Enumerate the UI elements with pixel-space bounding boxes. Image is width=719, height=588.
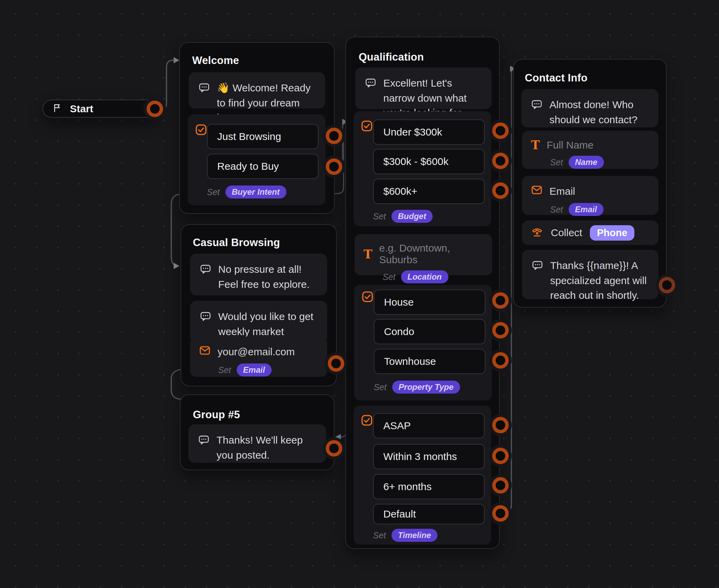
variable-badge-budget[interactable]: Budget [392,210,433,223]
text-input-icon: T [531,139,540,151]
buyer-intent-choice-block[interactable]: Just Browsing Ready to Buy Set Buyer Int… [188,114,325,205]
set-label: Set [550,157,563,167]
contact-email-label[interactable]: Email [549,186,575,197]
choice-option-default[interactable]: Default [373,504,485,524]
set-variable-row: Set Property Type [374,381,460,394]
port-budget-under-300k-out[interactable] [492,123,509,139]
port-timeline-6-months-out[interactable] [492,477,509,494]
variable-badge-email[interactable]: Email [569,203,604,216]
set-label: Set [207,187,220,197]
set-variable-row: Set Email [218,363,318,376]
choice-option-house[interactable]: House [374,290,485,315]
flag-icon [52,103,62,115]
port-start-out[interactable] [147,101,163,117]
phone-variable-badge[interactable]: Phone [590,225,635,241]
email-icon [531,184,543,198]
set-label: Set [374,382,387,392]
group5-node-title: Group #5 [193,409,240,421]
port-budget-300k-600k-out[interactable] [492,153,509,169]
message-bubble-icon [200,311,211,334]
casual-browsing-node[interactable]: Casual Browsing No pressure at all! Feel… [181,224,337,386]
port-closing-message-out[interactable] [659,277,675,293]
phone-icon [531,226,543,240]
variable-badge-name[interactable]: Name [569,156,604,169]
port-property-house-out[interactable] [492,292,509,309]
choice-option-condo[interactable]: Condo [374,319,485,344]
choice-option-6-plus-months[interactable]: 6+ months [373,474,485,499]
set-label: Set [383,272,396,282]
collect-phone-block[interactable]: Collect Phone [522,220,658,245]
choice-option-just-browsing[interactable]: Just Browsing [207,124,319,149]
set-variable-row: Set Email [550,203,649,216]
collect-label: Collect [551,227,582,239]
contact-closing-message-block[interactable]: Thanks {{name}}! A specialized agent wil… [522,250,658,299]
port-just-browsing-out[interactable] [326,128,342,144]
casual-email-capture-block[interactable]: your@email.com Set Email [190,336,327,377]
casual-message-1-text: No pressure at all! Feel free to explore… [218,262,318,287]
variable-badge-buyer-intent[interactable]: Buyer Intent [225,186,286,199]
full-name-input-block[interactable]: T Full Name Set Name [522,131,658,169]
welcome-message-block[interactable]: 👋 Welcome! Ready to find your dream home… [189,72,325,108]
set-variable-row: Set Name [550,156,649,169]
casual-node-title: Casual Browsing [193,237,280,249]
start-label: Start [70,103,93,115]
port-casual-email-out[interactable] [328,355,344,372]
flow-canvas[interactable]: Start Welcome 👋 Welcome! Ready to find y… [0,0,719,588]
set-label: Set [373,212,386,221]
budget-choice-block[interactable]: Under $300k $300k - $600k $600k+ Set Bud… [354,111,491,226]
timeline-choice-block[interactable]: ASAP Within 3 months 6+ months Default S… [354,406,491,545]
contact-node-title: Contact Info [525,72,587,84]
set-label: Set [550,205,563,215]
variable-badge-property-type[interactable]: Property Type [392,381,460,394]
choice-checkbox-icon [361,290,374,305]
group5-message-text: Thanks! We'll keep you posted. [216,433,317,455]
set-variable-row: Set Timeline [373,529,437,542]
location-input-block[interactable]: T e.g. Downtown, Suburbs Set Location [355,234,492,275]
port-ready-to-buy-out[interactable] [326,158,342,175]
choice-option-300k-600k[interactable]: $300k - $600k [373,149,485,174]
qualification-node[interactable]: Qualification Excellent! Let's narrow do… [345,37,500,549]
port-timeline-asap-out[interactable] [492,417,509,433]
full-name-placeholder[interactable]: Full Name [547,139,594,151]
casual-message-1-block[interactable]: No pressure at all! Feel free to explore… [190,254,327,295]
variable-badge-timeline[interactable]: Timeline [392,529,438,542]
set-label: Set [373,531,386,540]
port-property-condo-out[interactable] [492,322,509,338]
choice-option-under-300k[interactable]: Under $300k [373,119,485,145]
choice-checkbox-icon [195,123,208,138]
contact-message-text: Almost done! Who should we contact? [549,97,649,119]
email-input-placeholder[interactable]: your@email.com [218,346,295,358]
contact-email-block[interactable]: Email Set Email [522,176,658,215]
qualification-message-block[interactable]: Excellent! Let's narrow down what you're… [355,67,492,109]
port-group5-out[interactable] [326,440,342,457]
choice-option-townhouse[interactable]: Townhouse [374,349,485,374]
group-5-node[interactable]: Group #5 Thanks! We'll keep you posted. [180,394,334,470]
contact-message-block[interactable]: Almost done! Who should we contact? [521,89,658,127]
port-budget-600k-plus-out[interactable] [492,182,509,199]
message-bubble-icon [198,434,210,455]
location-input-placeholder[interactable]: e.g. Downtown, Suburbs [379,242,483,266]
message-bubble-icon [200,264,211,287]
choice-option-ready-to-buy[interactable]: Ready to Buy [207,154,319,179]
property-choice-block[interactable]: House Condo Townhouse Set Property Type [354,285,492,400]
message-bubble-icon [198,82,210,100]
choice-option-within-3-months[interactable]: Within 3 months [373,444,485,469]
group5-message-block[interactable]: Thanks! We'll keep you posted. [188,424,326,463]
qualification-node-title: Qualification [359,51,424,63]
choice-checkbox-icon [360,414,373,428]
contact-closing-message-text: Thanks {{name}}! A specialized agent wil… [550,258,649,291]
port-timeline-3-months-out[interactable] [492,448,509,464]
message-bubble-icon [365,77,376,101]
choice-option-600k-plus[interactable]: $600k+ [373,179,485,204]
port-timeline-default-out[interactable] [492,505,509,522]
variable-badge-email[interactable]: Email [237,363,272,376]
message-bubble-icon [532,260,543,291]
choice-option-asap[interactable]: ASAP [373,413,485,438]
start-node[interactable]: Start [42,100,158,118]
qualification-message-text: Excellent! Let's narrow down what you're… [383,76,482,101]
port-property-townhouse-out[interactable] [492,352,509,369]
variable-badge-location[interactable]: Location [401,270,448,283]
casual-message-2-text: Would you like to get weekly market upda… [218,309,318,334]
welcome-node[interactable]: Welcome 👋 Welcome! Ready to find your dr… [179,42,335,214]
contact-info-node[interactable]: Contact Info Almost done! Who should we … [513,59,667,308]
